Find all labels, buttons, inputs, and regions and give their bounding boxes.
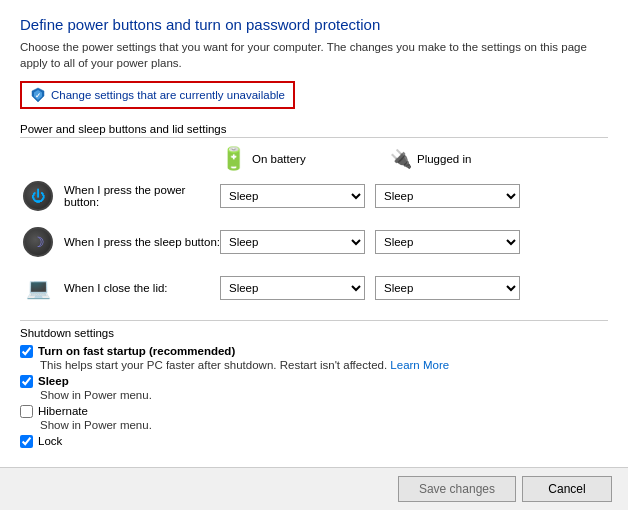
page-title: Define power buttons and turn on passwor… <box>20 16 608 33</box>
power-button-icon: ⏻ <box>20 178 56 214</box>
lid-icon: 💻 <box>20 270 56 306</box>
lid-battery-select[interactable]: Do nothing Sleep Hibernate Shut down Tur… <box>220 276 365 300</box>
sleep-shutdown-name: Sleep <box>38 375 69 387</box>
fast-startup-desc-text: This helps start your PC faster after sh… <box>40 359 387 371</box>
hibernate-desc: Show in Power menu. <box>40 419 608 431</box>
footer: Save changes Cancel <box>0 467 628 510</box>
change-settings-label: Change settings that are currently unava… <box>51 89 285 101</box>
lock-name: Lock <box>38 435 62 447</box>
column-headers: 🔋 On battery 🔌 Plugged in <box>220 146 608 172</box>
hibernate-item: Hibernate Show in Power menu. <box>20 405 608 431</box>
lid-plugged-select[interactable]: Do nothing Sleep Hibernate Shut down Tur… <box>375 276 520 300</box>
lid-laptop-icon: 💻 <box>23 273 53 303</box>
power-button-label: When I press the power button: <box>64 184 220 208</box>
shutdown-section: Shutdown settings Turn on fast startup (… <box>20 320 608 448</box>
plug-icon: 🔌 <box>390 148 412 170</box>
power-button-row: ⏻ When I press the power button: Do noth… <box>20 178 608 214</box>
battery-label: On battery <box>252 153 306 165</box>
fast-startup-name: Turn on fast startup (recommended) <box>38 345 235 357</box>
plugged-column-header: 🔌 Plugged in <box>390 146 560 172</box>
page-description: Choose the power settings that you want … <box>20 39 608 71</box>
power-circle-icon: ⏻ <box>23 181 53 211</box>
cancel-button[interactable]: Cancel <box>522 476 612 502</box>
sleep-button-selects: Do nothing Sleep Hibernate Shut down Tur… <box>220 230 520 254</box>
sleep-plugged-select[interactable]: Do nothing Sleep Hibernate Shut down Tur… <box>375 230 520 254</box>
fast-startup-item: Turn on fast startup (recommended) This … <box>20 345 608 371</box>
fast-startup-checkbox[interactable] <box>20 345 33 358</box>
sleep-button-label: When I press the sleep button: <box>64 236 220 248</box>
sleep-shutdown-label[interactable]: Sleep <box>20 375 608 388</box>
sleep-shutdown-desc: Show in Power menu. <box>40 389 608 401</box>
sleep-shutdown-checkbox[interactable] <box>20 375 33 388</box>
content-area: Define power buttons and turn on passwor… <box>0 0 628 467</box>
lock-checkbox[interactable] <box>20 435 33 448</box>
battery-column-header: 🔋 On battery <box>220 146 390 172</box>
sleep-shutdown-item: Sleep Show in Power menu. <box>20 375 608 401</box>
lid-row: 💻 When I close the lid: Do nothing Sleep… <box>20 270 608 306</box>
power-plugged-select[interactable]: Do nothing Sleep Hibernate Shut down Tur… <box>375 184 520 208</box>
save-changes-button[interactable]: Save changes <box>398 476 516 502</box>
learn-more-link[interactable]: Learn More <box>390 359 449 371</box>
power-sleep-section-title: Power and sleep buttons and lid settings <box>20 123 608 138</box>
sleep-button-icon: ☽ <box>20 224 56 260</box>
plugged-label: Plugged in <box>417 153 471 165</box>
fast-startup-label[interactable]: Turn on fast startup (recommended) <box>20 345 608 358</box>
settings-table: 🔋 On battery 🔌 Plugged in ⏻ When I press… <box>20 146 608 306</box>
hibernate-label[interactable]: Hibernate <box>20 405 608 418</box>
svg-text:✓: ✓ <box>35 92 41 99</box>
lid-label: When I close the lid: <box>64 282 220 294</box>
battery-icon: 🔋 <box>220 146 247 172</box>
sleep-battery-select[interactable]: Do nothing Sleep Hibernate Shut down Tur… <box>220 230 365 254</box>
main-window: Define power buttons and turn on passwor… <box>0 0 628 510</box>
lock-item: Lock <box>20 435 608 448</box>
fast-startup-desc: This helps start your PC faster after sh… <box>40 359 608 371</box>
sleep-circle-icon: ☽ <box>23 227 53 257</box>
change-settings-button[interactable]: ✓ Change settings that are currently una… <box>20 81 295 109</box>
shutdown-section-title: Shutdown settings <box>20 327 608 339</box>
power-battery-select[interactable]: Do nothing Sleep Hibernate Shut down Tur… <box>220 184 365 208</box>
hibernate-name: Hibernate <box>38 405 88 417</box>
power-button-selects: Do nothing Sleep Hibernate Shut down Tur… <box>220 184 520 208</box>
shield-icon: ✓ <box>30 87 46 103</box>
lid-selects: Do nothing Sleep Hibernate Shut down Tur… <box>220 276 520 300</box>
sleep-button-row: ☽ When I press the sleep button: Do noth… <box>20 224 608 260</box>
lock-label[interactable]: Lock <box>20 435 608 448</box>
hibernate-checkbox[interactable] <box>20 405 33 418</box>
